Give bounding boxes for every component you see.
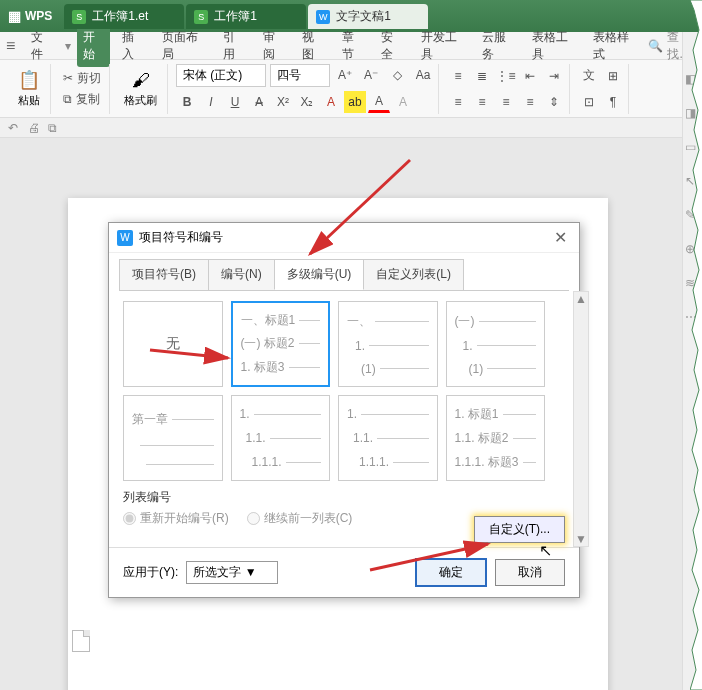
shading-icon[interactable]: A xyxy=(392,91,414,113)
preview-4[interactable]: 第一章 xyxy=(123,395,223,481)
preview-1[interactable]: 一、标题1 (一) 标题2 1. 标题3 xyxy=(231,301,331,387)
mouse-cursor: ↖ xyxy=(539,541,552,560)
numbering-icon[interactable]: ≣ xyxy=(471,65,493,87)
more-icon[interactable]: ⋯ xyxy=(685,310,701,326)
menu-security[interactable]: 安全 xyxy=(375,25,409,67)
text-effect-icon[interactable]: A xyxy=(320,91,342,113)
menu-cloud[interactable]: 云服务 xyxy=(476,25,520,67)
preview-icon[interactable]: ⧉ xyxy=(48,121,62,135)
document-icon: W xyxy=(316,10,330,24)
tab-numbering[interactable]: 编号(N) xyxy=(208,259,275,290)
tab-custom-list[interactable]: 自定义列表(L) xyxy=(363,259,464,290)
align-center-icon[interactable]: ≡ xyxy=(471,91,493,113)
preview-scrollbar[interactable]: ▲▼ xyxy=(573,291,589,547)
page-indicator-icon xyxy=(72,630,90,652)
tab-bullets[interactable]: 项目符号(B) xyxy=(119,259,209,290)
doc-tab-1[interactable]: S工作簿1 xyxy=(186,4,306,29)
borders-icon[interactable]: ⊞ xyxy=(602,65,624,87)
preview-none[interactable]: 无 xyxy=(123,301,223,387)
spreadsheet-icon: S xyxy=(194,10,208,24)
ok-button[interactable]: 确定 xyxy=(415,558,487,587)
apply-to-select[interactable]: 所选文字 ▼ xyxy=(186,561,277,584)
sort-icon[interactable]: ⊡ xyxy=(578,91,600,113)
menu-table-style[interactable]: 表格样式 xyxy=(587,25,642,67)
menu-start[interactable]: 开始 xyxy=(77,25,111,67)
rail-icon-1[interactable]: ◧ xyxy=(685,72,701,88)
bold-icon[interactable]: B xyxy=(176,91,198,113)
show-marks-icon[interactable]: ¶ xyxy=(602,91,624,113)
cut-button[interactable]: ✂剪切 xyxy=(59,69,105,88)
subscript-icon[interactable]: X₂ xyxy=(296,91,318,113)
paste-button[interactable]: 📋 粘贴 xyxy=(12,67,46,110)
increase-indent-icon[interactable]: ⇥ xyxy=(543,65,565,87)
justify-icon[interactable]: ≡ xyxy=(519,91,541,113)
radio-restart[interactable]: 重新开始编号(R) xyxy=(123,510,229,527)
menu-table-tools[interactable]: 表格工具 xyxy=(526,25,581,67)
spreadsheet-icon: S xyxy=(72,10,86,24)
apply-to-label: 应用于(Y): xyxy=(123,564,178,581)
preview-2[interactable]: 一、 1. (1) xyxy=(338,301,438,387)
preview-6[interactable]: 1. 1.1. 1.1.1. xyxy=(338,395,438,481)
highlight-icon[interactable]: ab xyxy=(344,91,366,113)
close-icon[interactable]: ✕ xyxy=(550,228,571,247)
menu-page-layout[interactable]: 页面布局 xyxy=(156,25,211,67)
menu-view[interactable]: 视图 xyxy=(296,25,330,67)
ribbon-toolbar: 📋 粘贴 ✂剪切 ⧉复制 🖌 格式刷 宋体 (正文) 四号 A⁺ A⁻ ◇ Aa… xyxy=(0,60,702,118)
customize-button[interactable]: 自定义(T)... xyxy=(474,516,565,543)
italic-icon[interactable]: I xyxy=(200,91,222,113)
menu-chapter[interactable]: 章节 xyxy=(336,25,370,67)
text-direction-icon[interactable]: 文 xyxy=(578,65,600,87)
font-size-select[interactable]: 四号 xyxy=(270,64,330,87)
doc-tab-label: 工作簿1 xyxy=(214,8,257,25)
clear-format-icon[interactable]: ◇ xyxy=(386,64,408,86)
menu-insert[interactable]: 插入 xyxy=(116,25,150,67)
multilevel-icon[interactable]: ⋮≡ xyxy=(495,65,517,87)
right-rail: ◧ ◨ ▭ ↖ ✎ ⊕ ≋ ⋯ xyxy=(682,32,702,690)
scroll-up-icon[interactable]: ▲ xyxy=(575,292,587,306)
preview-7[interactable]: 1. 标题1 1.1. 标题2 1.1.1. 标题3 xyxy=(446,395,546,481)
menu-file[interactable]: 文件 xyxy=(25,25,59,67)
doc-tab-label: 文字文稿1 xyxy=(336,8,391,25)
menu-review[interactable]: 审阅 xyxy=(257,25,291,67)
save-icon[interactable]: 🖨 xyxy=(28,121,42,135)
cancel-button[interactable]: 取消 xyxy=(495,559,565,586)
underline-icon[interactable]: U xyxy=(224,91,246,113)
zoom-icon[interactable]: ⊕ xyxy=(685,242,701,258)
dialog-icon: W xyxy=(117,230,133,246)
superscript-icon[interactable]: X² xyxy=(272,91,294,113)
brush-icon: 🖌 xyxy=(132,70,150,91)
bullets-numbering-dialog: W 项目符号和编号 ✕ 项目符号(B) 编号(N) 多级编号(U) 自定义列表(… xyxy=(108,222,580,598)
menu-devtools[interactable]: 开发工具 xyxy=(415,25,470,67)
align-left-icon[interactable]: ≡ xyxy=(447,91,469,113)
preview-5[interactable]: 1. 1.1. 1.1.1. xyxy=(231,395,331,481)
layers-icon[interactable]: ≋ xyxy=(685,276,701,292)
copy-button[interactable]: ⧉复制 xyxy=(59,90,105,109)
app-logo: ▦ WPS xyxy=(8,8,52,24)
cursor-icon[interactable]: ↖ xyxy=(685,174,701,190)
radio-continue[interactable]: 继续前一列表(C) xyxy=(247,510,353,527)
hamburger-icon[interactable]: ≡ xyxy=(6,37,15,55)
change-case-icon[interactable]: Aa xyxy=(412,64,434,86)
bullets-icon[interactable]: ≡ xyxy=(447,65,469,87)
scissors-icon: ✂ xyxy=(63,71,73,85)
font-color-icon[interactable]: A xyxy=(368,91,390,113)
scroll-down-icon[interactable]: ▼ xyxy=(575,532,587,546)
select-icon[interactable]: ▭ xyxy=(685,140,701,156)
undo-icon[interactable]: ↶ xyxy=(8,121,22,135)
tab-multilevel[interactable]: 多级编号(U) xyxy=(274,259,365,290)
align-right-icon[interactable]: ≡ xyxy=(495,91,517,113)
strike-icon[interactable]: A̶ xyxy=(248,91,270,113)
decrease-indent-icon[interactable]: ⇤ xyxy=(519,65,541,87)
font-name-select[interactable]: 宋体 (正文) xyxy=(176,64,266,87)
note-icon[interactable]: ✎ xyxy=(685,208,701,224)
format-painter-button[interactable]: 🖌 格式刷 xyxy=(118,68,163,110)
menu-references[interactable]: 引用 xyxy=(217,25,251,67)
doc-tab-0[interactable]: S工作簿1.et xyxy=(64,4,184,29)
doc-tab-label: 工作簿1.et xyxy=(92,8,148,25)
preview-3[interactable]: (一) 1. (1) xyxy=(446,301,546,387)
decrease-font-icon[interactable]: A⁻ xyxy=(360,64,382,86)
doc-tab-2[interactable]: W文字文稿1 xyxy=(308,4,428,29)
increase-font-icon[interactable]: A⁺ xyxy=(334,64,356,86)
rail-icon-2[interactable]: ◨ xyxy=(685,106,701,122)
line-spacing-icon[interactable]: ⇕ xyxy=(543,91,565,113)
